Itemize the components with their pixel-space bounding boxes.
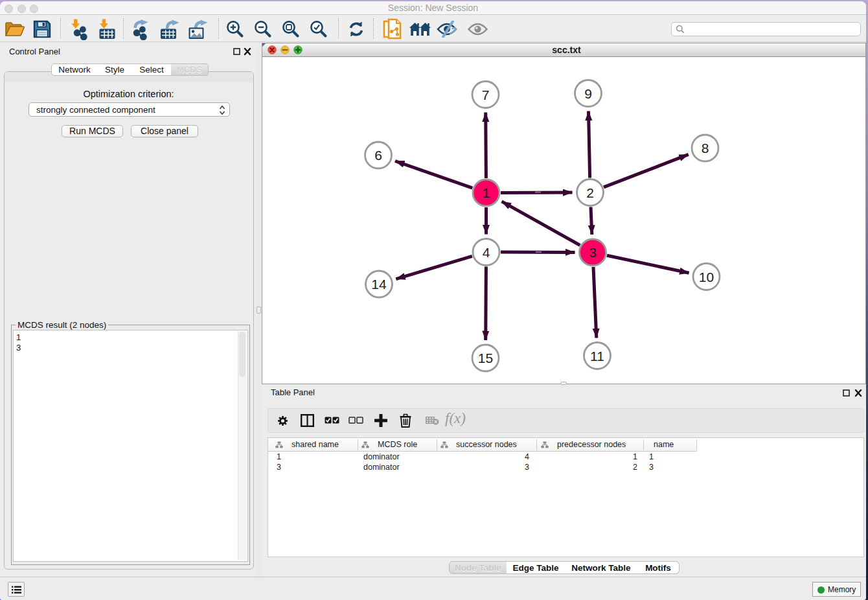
svg-text:8: 8 — [702, 141, 709, 156]
svg-text:4: 4 — [483, 245, 490, 260]
svg-text:11: 11 — [590, 349, 604, 363]
svg-text:6: 6 — [374, 148, 382, 163]
svg-text:10: 10 — [699, 270, 714, 284]
svg-text:2: 2 — [586, 185, 594, 200]
svg-text:7: 7 — [482, 87, 490, 102]
svg-text:1: 1 — [483, 185, 490, 200]
svg-text:3: 3 — [589, 245, 597, 260]
svg-text:14: 14 — [371, 277, 387, 292]
svg-text:15: 15 — [478, 351, 493, 365]
svg-text:9: 9 — [584, 86, 592, 101]
